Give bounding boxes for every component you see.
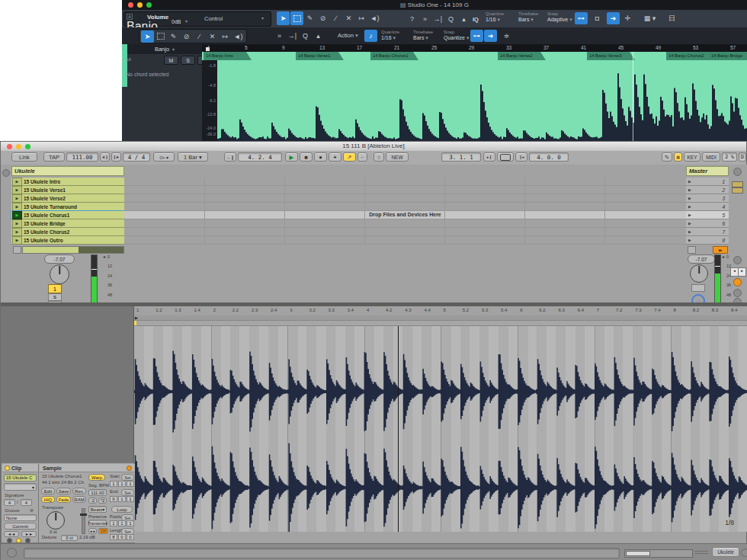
warp-button[interactable]: Warp bbox=[88, 474, 105, 481]
delay-section-toggle2-icon[interactable]: ▸ bbox=[738, 267, 746, 277]
returns-toggle-icon[interactable] bbox=[733, 289, 742, 297]
tempo-field[interactable]: 111.00 bbox=[66, 152, 98, 162]
position-value-field[interactable]: 1 bbox=[118, 520, 126, 526]
tape-icon[interactable]: 日 bbox=[665, 12, 678, 24]
launch-panel-toggle-icon[interactable] bbox=[7, 538, 12, 543]
session-grid-row[interactable] bbox=[124, 228, 686, 236]
solo-button[interactable]: S bbox=[181, 56, 195, 65]
session-grid-row[interactable] bbox=[124, 203, 686, 211]
loop-follow-icon[interactable]: Q bbox=[444, 13, 457, 25]
chevron-down-icon[interactable]: ▾ bbox=[185, 19, 188, 24]
set-end-button[interactable]: Set bbox=[121, 489, 134, 496]
clip-gain-slider[interactable] bbox=[82, 508, 85, 534]
warp-marker-icon[interactable] bbox=[127, 466, 132, 471]
follow-button[interactable]: →❙ bbox=[224, 152, 236, 162]
clip-launch-icon[interactable]: ▶ bbox=[12, 211, 22, 219]
automation-arm-icon[interactable]: ↗ bbox=[343, 152, 356, 162]
start-fields[interactable]: 111 bbox=[109, 481, 134, 487]
scene-slot[interactable]: ▶5 bbox=[686, 211, 729, 219]
scene-slot[interactable]: ▶6 bbox=[686, 219, 729, 228]
clip-stop-button[interactable] bbox=[13, 246, 21, 254]
seg-bpm-field[interactable]: 111.00 bbox=[88, 489, 107, 496]
back-to-arrangement-icon[interactable]: ← bbox=[357, 152, 367, 162]
time-signature-field[interactable]: 4 / 4 bbox=[123, 152, 150, 162]
arrangement-position-field[interactable]: 4. 2. 4 bbox=[238, 152, 282, 162]
autofit-icon[interactable]: ᴀᴀ bbox=[126, 56, 131, 62]
nudge-forward-button[interactable]: ►► bbox=[21, 531, 37, 537]
double-tempo-button[interactable]: *2 bbox=[98, 498, 107, 504]
clip-launch-icon[interactable]: ▶ bbox=[12, 228, 22, 236]
nudge-down-icon[interactable]: ◄❙ bbox=[100, 152, 110, 162]
groove-menu[interactable]: None bbox=[4, 514, 37, 521]
range-tool-icon[interactable] bbox=[154, 30, 167, 43]
audio-clip-label[interactable]: 14 Banjo Bridge bbox=[709, 52, 747, 60]
clip-slot[interactable]: ▶15 Ukulele Verse2 bbox=[11, 194, 124, 203]
audio-clip-label[interactable]: 14 Banjo Chorus1 bbox=[370, 52, 418, 60]
half-tempo-button[interactable]: :2 bbox=[88, 498, 97, 504]
transient-loop-mode-icon[interactable]: ◄► bbox=[88, 528, 97, 534]
listen-tool-icon[interactable]: ◄) bbox=[232, 30, 245, 43]
loop-toggle-icon[interactable] bbox=[497, 152, 514, 162]
chevron-down-icon[interactable]: ▾ bbox=[261, 16, 264, 21]
sample-editor[interactable]: 1/8 bbox=[134, 326, 747, 532]
clip-name-field[interactable]: 15 Ukulele C bbox=[4, 474, 37, 482]
record-button[interactable]: ● bbox=[314, 152, 327, 162]
master-pan-knob[interactable] bbox=[690, 264, 708, 283]
audio-waveform[interactable] bbox=[217, 60, 747, 141]
snap-toggle-icon[interactable]: ⊶ bbox=[470, 30, 483, 42]
scene-launch-icon[interactable]: ▶ bbox=[688, 179, 691, 184]
reverse-button[interactable]: Rev. bbox=[72, 488, 86, 494]
zoom-icon[interactable] bbox=[146, 2, 152, 8]
audio-clip-label[interactable]: 14 Banjo Verse3 bbox=[587, 52, 635, 60]
session-grid-row[interactable] bbox=[124, 178, 686, 186]
session-grid-row[interactable] bbox=[124, 186, 686, 194]
nudge-back-button[interactable]: ◄◄ bbox=[4, 531, 19, 537]
clip-slot[interactable]: ▶15 Ukulele Chorus2 bbox=[11, 228, 124, 236]
clip-launch-icon[interactable]: ▶ bbox=[12, 236, 22, 245]
solo-button[interactable]: S bbox=[48, 293, 62, 301]
end-value-field[interactable]: 9 bbox=[110, 496, 117, 502]
position-fields[interactable]: 111 bbox=[109, 520, 134, 526]
end-fields[interactable]: 911 bbox=[109, 496, 134, 502]
minimize-icon[interactable] bbox=[16, 144, 21, 149]
hot-swap-icon[interactable]: ⊘ bbox=[30, 507, 34, 513]
bend-tool-icon[interactable]: ↦ bbox=[219, 30, 232, 43]
transpose-knob[interactable] bbox=[46, 511, 65, 530]
scene-launch-icon[interactable]: ▶ bbox=[688, 221, 691, 226]
commit-button[interactable]: Commit bbox=[4, 523, 37, 530]
current-track-tab[interactable]: Ukulele bbox=[712, 547, 739, 557]
range-tool-icon[interactable] bbox=[290, 11, 303, 25]
master-volume-display[interactable]: -7.07 bbox=[688, 254, 715, 264]
session-grid-row[interactable]: Drop Files and Devices Here bbox=[124, 211, 686, 219]
start-value-field[interactable]: 1 bbox=[110, 481, 117, 487]
loop-follow-icon[interactable]: Q bbox=[299, 30, 312, 42]
scene-slot[interactable]: ▶4 bbox=[686, 203, 729, 211]
snap-selector[interactable]: Snap Adaptive ▾ bbox=[547, 11, 572, 23]
action-menu[interactable]: Action ▾ bbox=[338, 32, 358, 39]
scene-slot[interactable]: ▶7 bbox=[686, 228, 729, 236]
crosshair-icon[interactable]: ✛ bbox=[621, 12, 634, 24]
loop-brace-strip[interactable]: ▶ bbox=[134, 315, 747, 321]
snap-selector[interactable]: Snap Quantize ▾ bbox=[444, 30, 470, 41]
position-value-field[interactable]: 1 bbox=[127, 520, 134, 526]
select-tool-icon[interactable]: ➤ bbox=[141, 30, 154, 43]
scene-slot[interactable]: ▶3 bbox=[686, 194, 729, 203]
snap-toggle-icon[interactable]: ⊶ bbox=[575, 12, 588, 24]
loop-start-field[interactable]: 3. 1. 1 bbox=[441, 152, 481, 162]
draw-tool-icon[interactable]: ✎ bbox=[303, 12, 316, 24]
help-icon[interactable]: ? bbox=[406, 13, 418, 25]
track-volume-display[interactable]: -7.07 bbox=[44, 254, 75, 264]
overview-toggle-icon[interactable] bbox=[733, 168, 742, 176]
sample-panel-toggle-icon[interactable] bbox=[16, 538, 21, 543]
draw-mode-icon[interactable]: ✎ bbox=[662, 152, 672, 162]
studio-one-titlebar[interactable]: ▤ Studio One - 14 109 G bbox=[122, 0, 747, 10]
track-header[interactable]: Ukulele bbox=[11, 166, 124, 176]
back-to-arrangement-button[interactable]: ■▸ bbox=[713, 246, 728, 254]
eraser-tool-icon[interactable]: ⊘ bbox=[316, 12, 329, 24]
zoom-icon[interactable] bbox=[25, 144, 30, 149]
clip-slot[interactable]: ▶15 Ukulele Intro bbox=[11, 178, 124, 186]
signature-numerator[interactable]: 4 bbox=[4, 499, 15, 506]
new-button[interactable]: NEW bbox=[386, 152, 409, 162]
midi-map-button[interactable]: MIDI bbox=[702, 152, 720, 162]
io-section-icon[interactable] bbox=[732, 181, 743, 194]
